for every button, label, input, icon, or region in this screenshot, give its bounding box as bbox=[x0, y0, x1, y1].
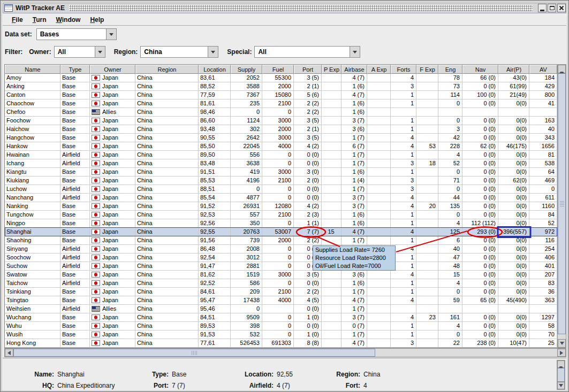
table-row-shaohing[interactable]: ShaohingBaseJapanChina91,5673920002 (2)1… bbox=[5, 236, 557, 245]
region-filter-combo[interactable]: China bbox=[140, 46, 218, 58]
table-row-amoy[interactable]: AmoyBaseJapanChina83,612052553003 (5)4 (… bbox=[5, 74, 557, 82]
menu-file[interactable]: File bbox=[7, 15, 28, 25]
owner-filter-combo[interactable]: All bbox=[54, 46, 105, 58]
table-row-haichow[interactable]: HaichowBaseJapanChina93,4830220002 (1)3 … bbox=[5, 125, 557, 134]
title-bar[interactable]: WitP Tracker AE bbox=[3, 3, 566, 13]
chevron-down-icon[interactable] bbox=[350, 47, 360, 57]
table-row-hwainan[interactable]: HwainanAirfieldJapanChina89,5055600 (0)1… bbox=[5, 151, 557, 159]
cell-av: 363 bbox=[529, 296, 557, 305]
cell-fuel: 0 bbox=[262, 108, 294, 117]
details-vertical-scrollbar[interactable] bbox=[557, 360, 565, 390]
table-row-soochow[interactable]: SoochowAirfieldJapanChina92,54301200 (0)… bbox=[5, 253, 557, 262]
table-row-weihsien[interactable]: WeihsienAirfieldAlliesChina95,4600 (0)1 … bbox=[5, 305, 557, 313]
cell-type: Base bbox=[60, 288, 90, 296]
column-header-location[interactable]: Location bbox=[199, 65, 231, 74]
table-row-ichang[interactable]: IchangAirfieldJapanChina83,48363800 (0)1… bbox=[5, 159, 557, 168]
column-header-eng[interactable]: Eng bbox=[438, 65, 462, 74]
column-header-name[interactable]: Name bbox=[5, 65, 60, 74]
column-header-forts[interactable]: Forts bbox=[391, 65, 416, 74]
special-filter-combo[interactable]: All bbox=[254, 46, 360, 58]
maximize-button[interactable] bbox=[548, 4, 556, 12]
table-row-anking[interactable]: AnkingBaseJapanChina88,52358820002 (1)1 … bbox=[5, 82, 557, 91]
scroll-up-button[interactable] bbox=[558, 65, 566, 73]
detail-value: 4 (7) bbox=[277, 382, 290, 389]
cell-region: China bbox=[135, 176, 199, 185]
cell-region: China bbox=[135, 339, 199, 348]
column-header-air-p[interactable]: Air(P) bbox=[498, 65, 529, 74]
table-row-nanking[interactable]: NankingBaseJapanChina91,5226931120804 (2… bbox=[5, 202, 557, 211]
table-row-chefoo[interactable]: ChefooBaseAlliesChina98,46002 (2)1 (6) bbox=[5, 108, 557, 117]
special-filter-value: All bbox=[255, 47, 350, 57]
table-row-suchow[interactable]: SuchowAirfieldJapanChina91,47288100 (0)1… bbox=[5, 262, 557, 271]
column-header-airbase[interactable]: Airbase bbox=[342, 65, 367, 74]
close-button[interactable] bbox=[557, 4, 566, 12]
scroll-down-button[interactable] bbox=[557, 382, 565, 389]
cell-supply: 22045 bbox=[231, 142, 262, 151]
horizontal-scrollbar-thumb[interactable] bbox=[13, 349, 375, 357]
cell-eng: 15 bbox=[438, 271, 462, 279]
details-scrollbar-thumb[interactable] bbox=[557, 368, 565, 382]
table-row-tsinkiang[interactable]: TsinkiangBaseJapanChina84,6120921002 (2)… bbox=[5, 288, 557, 296]
table-row-taichow[interactable]: TaichowAirfieldJapanChina92,5258600 (0)1… bbox=[5, 279, 557, 288]
table-row-wuchang[interactable]: WuchangBaseJapanChina84,51950901 (0)3 (7… bbox=[5, 313, 557, 322]
owner-cell: Japan bbox=[90, 159, 135, 168]
column-header-region[interactable]: Region bbox=[135, 65, 199, 74]
scroll-left-button[interactable] bbox=[5, 349, 13, 357]
chevron-down-icon[interactable] bbox=[95, 47, 105, 57]
table-row-tungchow[interactable]: TungchowBaseJapanChina92,5355721002 (3)1… bbox=[5, 211, 557, 219]
table-row-ningpo[interactable]: NingpoBaseJapanChina92,5635001 (1)1 (6)1… bbox=[5, 219, 557, 228]
chevron-down-icon[interactable] bbox=[208, 47, 218, 57]
minimize-button[interactable] bbox=[538, 4, 547, 12]
column-header-av[interactable]: AV bbox=[529, 65, 557, 74]
menu-help[interactable]: Help bbox=[85, 15, 109, 25]
scroll-down-button[interactable] bbox=[558, 339, 566, 348]
column-header-f-exp[interactable]: F Exp bbox=[416, 65, 438, 74]
cell-fuel: 0 bbox=[262, 159, 294, 168]
table-row-wuhu[interactable]: WuhuBaseJapanChina89,5339800 (0)0 (7)140… bbox=[5, 322, 557, 330]
table-row-chaochow[interactable]: ChaochowBaseJapanChina81,6123521002 (2)1… bbox=[5, 99, 557, 108]
table-row-tsingtao[interactable]: TsingtaoBaseJapanChina95,471743840004 (5… bbox=[5, 296, 557, 305]
cell-air-p: 0(0) bbox=[498, 211, 529, 219]
column-header-owner[interactable]: Owner bbox=[90, 65, 135, 74]
cell-region: China bbox=[135, 236, 199, 245]
table-vertical-scrollbar[interactable] bbox=[557, 64, 566, 348]
detail-value: 7 (7) bbox=[172, 382, 185, 389]
table-row-foochow[interactable]: FoochowBaseJapanChina86,60112430003 (5)3… bbox=[5, 117, 557, 125]
column-header-type[interactable]: Type bbox=[60, 65, 90, 74]
chevron-down-icon[interactable] bbox=[106, 29, 116, 40]
cell-nav: 0 (0) bbox=[462, 99, 498, 108]
cell-f-exp: 53 bbox=[416, 142, 438, 151]
column-header-nav[interactable]: Nav bbox=[462, 65, 498, 74]
table-row-canton[interactable]: CantonBaseJapanChina77,597367150805 (6)4… bbox=[5, 91, 557, 99]
cell-airbase: 1 (6) bbox=[342, 82, 367, 91]
cell-nav: 0 (0) bbox=[462, 211, 498, 219]
cell-forts: 3 bbox=[391, 176, 416, 185]
table-row-kiangtu[interactable]: KiangtuBaseJapanChina91,5141930003 (0)1 … bbox=[5, 168, 557, 176]
table-row-luchow[interactable]: LuchowAirfieldJapanChina88,51000 (0)1 (7… bbox=[5, 185, 557, 194]
table-row-hankow[interactable]: HankowBaseJapanChina85,502204540004 (2)6… bbox=[5, 142, 557, 151]
owner-cell: Japan bbox=[90, 339, 135, 348]
column-header-fuel[interactable]: Fuel bbox=[262, 65, 294, 74]
table-row-swatow[interactable]: SwatowBaseJapanChina81,62151930003 (5)3 … bbox=[5, 271, 557, 279]
table-row-wusih[interactable]: WusihBaseJapanChina91,5353201 (0)1 (7)10… bbox=[5, 330, 557, 339]
menu-window[interactable]: Window bbox=[51, 15, 85, 25]
cell-a-exp bbox=[367, 279, 391, 288]
scroll-up-button[interactable] bbox=[557, 360, 565, 368]
minimize-icon bbox=[540, 5, 544, 11]
column-header-supply[interactable]: Supply bbox=[231, 65, 262, 74]
dataset-combo[interactable]: Bases bbox=[36, 28, 117, 40]
column-header-port[interactable]: Port bbox=[294, 65, 322, 74]
table-row-hangchow[interactable]: HangchowBaseJapanChina90,55264230003 (5)… bbox=[5, 134, 557, 142]
vertical-scrollbar-thumb[interactable] bbox=[558, 73, 566, 334]
scroll-right-button[interactable] bbox=[557, 349, 566, 357]
table-row-shanghai[interactable]: ShanghaiBaseJapanChina92,5520763530077 (… bbox=[5, 228, 557, 236]
table-row-hong-kong[interactable]: Hong KongBaseJapanChina77,61526453691303… bbox=[5, 339, 557, 348]
menu-turn[interactable]: Turn bbox=[28, 15, 51, 25]
table-horizontal-scrollbar[interactable] bbox=[4, 348, 566, 357]
table-row-kiukiang[interactable]: KiukiangBaseJapanChina85,53419621002 (0)… bbox=[5, 176, 557, 185]
cell-location: 88,51 bbox=[199, 185, 231, 194]
table-row-sinyang[interactable]: SinyangAirfieldJapanChina86,48200800 (0)… bbox=[5, 245, 557, 253]
column-header-a-exp[interactable]: A Exp bbox=[367, 65, 391, 74]
table-row-nanchang[interactable]: NanchangAirfieldJapanChina85,54487700 (0… bbox=[5, 194, 557, 202]
column-header-p-exp[interactable]: P Exp bbox=[322, 65, 342, 74]
